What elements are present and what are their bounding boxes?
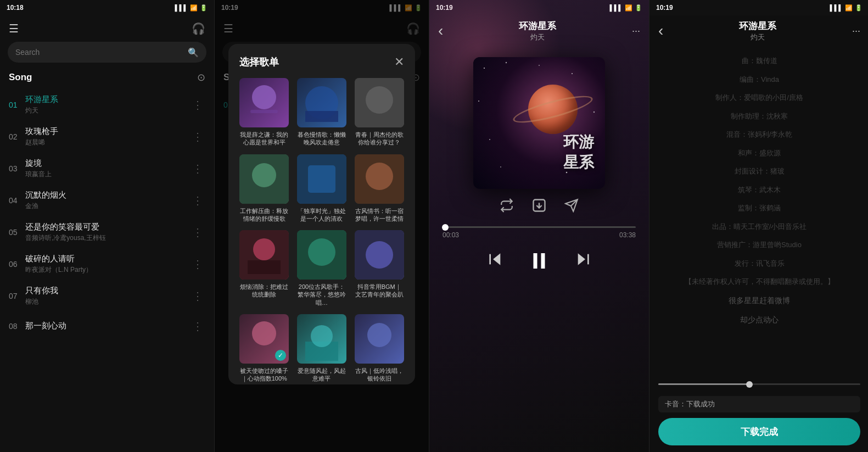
panel-2-wrapper: 10:19 ▌▌▌ 📶 🔋 ☰ 🎧 🔍 Song ⊙ 01 环游星系 灼天: [215, 0, 429, 452]
modal-header: 选择歌单 ✕: [239, 55, 404, 69]
wifi-icon-3: 📶: [625, 4, 632, 12]
song-item-1-5[interactable]: 05 还是你的笑容最可爱 音频诗听,冷鸢yousa,王梓钰 ⋮: [0, 216, 214, 248]
svg-point-29: [506, 62, 507, 63]
playlist-thumb-5: [297, 154, 346, 204]
lyric-line-3: 制作人：爱唱歌的小田/庶格: [658, 88, 860, 107]
song-item-1-3[interactable]: 03 旋境 琅嬴音上 ⋮: [0, 153, 214, 185]
player-aux-controls: [429, 198, 649, 216]
playlist-thumb-9: [355, 230, 404, 280]
song-info-1-8: 那一刻心动: [25, 321, 190, 332]
lyric-line-2: 编曲：Vinda: [658, 70, 860, 89]
playlist-item-5[interactable]: 「独享时光」独处是一个人的清欢: [297, 154, 347, 223]
lyrics-more-button[interactable]: ···: [852, 25, 860, 37]
menu-icon-1[interactable]: ☰: [9, 22, 19, 35]
svg-rect-44: [534, 253, 537, 269]
playlist-modal: 选择歌单 ✕ 我是薛之谦：我的心愿是世界和平: [228, 44, 415, 384]
playlist-item-10[interactable]: ✓ 被天使吻过的嗓子｜心动指数100%: [239, 314, 289, 383]
song-more-1-3[interactable]: ⋮: [190, 160, 205, 177]
player-song-title-header: 环游星系: [519, 20, 556, 32]
status-icons-3: ▌▌▌ 📶 🔋: [610, 4, 642, 12]
playlist-item-4[interactable]: 工作解压曲：释放情绪的舒缓慢歌: [239, 154, 289, 223]
status-bar-3: 10:19 ▌▌▌ 📶 🔋: [429, 0, 649, 15]
song-more-1-1[interactable]: ⋮: [190, 96, 205, 114]
song-num-1-6: 06: [9, 260, 25, 269]
playlist-item-3[interactable]: 青春｜周杰伦的歌你给谁分享过？: [354, 78, 404, 147]
signal-icon-1: ▌▌▌: [175, 4, 188, 11]
playlist-item-7[interactable]: 烦恼消除：把难过统统删除: [239, 230, 289, 306]
download-area: 卡音：下载成功 下载完成: [649, 389, 868, 452]
svg-rect-2: [250, 110, 278, 113]
search-bar-1[interactable]: 🔍: [8, 42, 206, 63]
svg-point-25: [311, 325, 333, 347]
song-item-1-1[interactable]: 01 环游星系 灼天 ⋮: [0, 89, 214, 121]
lyric-line-14: 很多星星赶着微博: [658, 291, 860, 310]
playlist-thumb-10: ✓: [239, 314, 289, 364]
song-item-1-4[interactable]: 04 沉默的烟火 金渔 ⋮: [0, 185, 214, 216]
pause-button[interactable]: [524, 245, 555, 276]
song-more-1-2[interactable]: ⋮: [190, 128, 205, 146]
progress-bar-background[interactable]: [443, 226, 636, 228]
headphone-icon-1[interactable]: 🎧: [192, 22, 205, 35]
share-icon[interactable]: [564, 198, 579, 216]
song-artist-1-7: 柳池: [25, 297, 190, 306]
song-artist-1-3: 琅嬴音上: [25, 170, 190, 179]
song-info-1-1: 环游星系 灼天: [25, 94, 190, 115]
lyrics-artist: 灼天: [739, 32, 776, 42]
svg-point-30: [572, 73, 573, 74]
song-num-1-2: 02: [9, 132, 25, 141]
player-more-button[interactable]: ···: [632, 25, 640, 37]
playlist-label-10: 被天使吻过的嗓子｜心动指数100%: [239, 367, 289, 383]
playlist-item-1[interactable]: 我是薛之谦：我的心愿是世界和平: [239, 78, 289, 147]
song-name-1-4: 沉默的烟火: [25, 190, 190, 200]
section-icon-1[interactable]: ⊙: [197, 71, 205, 83]
lyric-line-1: 曲：魏传道: [658, 52, 860, 70]
playlist-item-11[interactable]: 爱意随风起，风起意难平: [297, 314, 347, 383]
modal-close-button[interactable]: ✕: [394, 55, 404, 69]
signal-icon-4: ▌▌▌: [830, 4, 843, 11]
progress-bar-fill: [443, 226, 445, 228]
download-icon[interactable]: [531, 198, 547, 216]
svg-rect-45: [541, 253, 545, 269]
song-more-1-5[interactable]: ⋮: [190, 224, 205, 241]
playlist-item-6[interactable]: 古风情书：听一宿梦唱，许一世柔情: [354, 154, 404, 223]
lyrics-progress-bg[interactable]: [658, 383, 860, 385]
total-time: 03:38: [619, 231, 636, 239]
song-artist-1-5: 音频诗听,冷鸢yousa,王梓钰: [25, 233, 190, 243]
svg-point-34: [478, 101, 479, 102]
playlist-item-12[interactable]: 古风｜低吟浅唱，银铃依旧: [354, 314, 404, 383]
lyrics-back-button[interactable]: ‹: [658, 22, 663, 40]
song-item-1-8[interactable]: 08 那一刻心动 ⋮: [0, 312, 214, 341]
song-more-1-7[interactable]: ⋮: [190, 287, 205, 305]
playlist-item-8[interactable]: 200位古风歌手：繁华落尽，悠悠吟唱…: [297, 230, 347, 306]
song-info-1-2: 玫瑰枪手 赵晨唏: [25, 126, 190, 147]
time-4: 10:19: [656, 4, 673, 12]
song-item-1-2[interactable]: 02 玫瑰枪手 赵晨唏 ⋮: [0, 121, 214, 153]
playlist-item-9[interactable]: 抖音常用BGM｜文艺青年的聚会趴: [354, 230, 404, 306]
playlist-label-4: 工作解压曲：释放情绪的舒缓慢歌: [239, 207, 289, 223]
playlist-label-7: 烦恼消除：把难过统统删除: [239, 283, 289, 299]
player-back-button[interactable]: ‹: [438, 22, 443, 40]
song-item-1-6[interactable]: 06 破碎的人请听 昨夜派对（L.N Party） ⋮: [0, 248, 214, 280]
lyric-line-8: 筑琴：武木木: [658, 181, 860, 199]
song-artist-1-6: 昨夜派对（L.N Party）: [25, 265, 190, 275]
playlist-thumb-4: [239, 154, 289, 204]
song-more-1-6[interactable]: ⋮: [190, 255, 205, 273]
player-artist-header: 灼天: [519, 32, 556, 42]
download-complete-button[interactable]: 下载完成: [658, 418, 860, 445]
status-icons-1: ▌▌▌ 📶 🔋: [175, 4, 208, 12]
playlist-thumb-6: [355, 154, 404, 204]
playlist-item-2[interactable]: 暮色慢情歌：懒懒晚风吹走倦意: [297, 78, 347, 147]
song-more-1-8[interactable]: ⋮: [190, 317, 205, 335]
repeat-icon[interactable]: [500, 198, 514, 216]
album-cover-inner: 环游星系: [473, 57, 605, 189]
prev-button[interactable]: [486, 250, 504, 272]
search-input-1[interactable]: [15, 48, 183, 57]
song-item-1-7[interactable]: 07 只有你我 柳池 ⋮: [0, 280, 214, 312]
playlist-label-2: 暮色慢情歌：懒懒晚风吹走倦意: [297, 131, 346, 147]
song-info-1-6: 破碎的人请听 昨夜派对（L.N Party）: [25, 254, 190, 275]
next-button[interactable]: [574, 250, 592, 272]
download-status-label: 卡音：下载成功: [665, 399, 715, 409]
lyrics-scroll-area[interactable]: 曲：魏传道 编曲：Vinda 制作人：爱唱歌的小田/庶格 制作助理：沈秋寒 混音…: [649, 46, 868, 383]
song-more-1-4[interactable]: ⋮: [190, 192, 205, 209]
svg-rect-11: [308, 165, 335, 193]
